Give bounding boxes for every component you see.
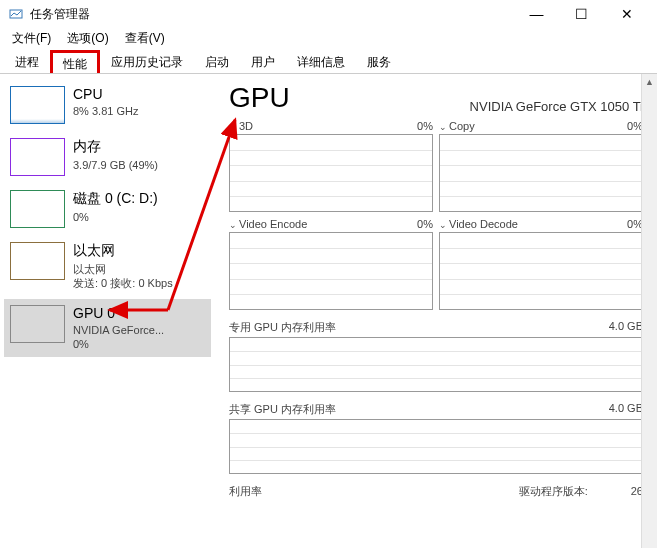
graph-video-encode[interactable]: ⌄Video Encode 0% [229,218,433,310]
app-icon [8,6,24,22]
graph-copy[interactable]: ⌄Copy 0% [439,120,643,212]
graph-grid: ⌄3D 0% ⌄Copy 0% ⌄Video Encode [229,120,643,310]
graph-3d-pct: 0% [417,120,433,132]
driver-version-label: 驱动程序版本: [519,485,588,497]
window-title: 任务管理器 [30,6,90,23]
window-controls: — ☐ ✕ [514,0,649,28]
shared-mem-max: 4.0 GB [609,402,643,417]
sidebar-gpu-title: GPU 0 [73,305,164,321]
graph-venc-box [229,232,433,310]
chevron-down-icon: ⌄ [439,220,447,230]
sidebar: CPU 8% 3.81 GHz 内存 3.9/7.9 GB (49%) 磁盘 0… [0,74,215,548]
menubar: 文件(F) 选项(O) 查看(V) [0,28,657,50]
ethernet-thumbnail [10,242,65,280]
shared-gpu-mem-section: 共享 GPU 内存利用率 4.0 GB [229,402,643,474]
sidebar-ethernet-sub2: 发送: 0 接收: 0 Kbps [73,276,173,290]
minimize-button[interactable]: — [514,0,559,28]
sidebar-disk-title: 磁盘 0 (C: D:) [73,190,158,208]
graph-venc-label: Video Encode [239,218,307,230]
graph-3d-box [229,134,433,212]
tab-users[interactable]: 用户 [240,50,286,73]
chevron-down-icon: ⌄ [229,220,237,230]
sidebar-gpu-sub1: NVIDIA GeForce... [73,323,164,337]
sidebar-item-gpu[interactable]: GPU 0 NVIDIA GeForce... 0% [4,299,211,358]
menu-file[interactable]: 文件(F) [4,28,59,50]
tab-startup[interactable]: 启动 [194,50,240,73]
tab-performance[interactable]: 性能 [50,50,100,73]
sidebar-item-memory[interactable]: 内存 3.9/7.9 GB (49%) [4,132,211,182]
sidebar-ethernet-sub1: 以太网 [73,262,173,276]
menu-options[interactable]: 选项(O) [59,28,116,50]
cpu-thumbnail [10,86,65,124]
shared-mem-box [229,419,643,474]
graph-copy-label: Copy [449,120,475,132]
graph-vdec-box [439,232,643,310]
page-title: GPU [229,82,290,114]
sidebar-memory-sub: 3.9/7.9 GB (49%) [73,158,158,172]
sidebar-cpu-title: CPU [73,86,138,102]
vertical-scrollbar[interactable]: ▲ [641,74,657,548]
graph-copy-box [439,134,643,212]
dedicated-mem-label: 专用 GPU 内存利用率 [229,320,336,335]
disk-thumbnail [10,190,65,228]
gpu-thumbnail [10,305,65,343]
dedicated-mem-box [229,337,643,392]
chevron-down-icon: ⌄ [439,122,447,132]
tabbar: 进程 性能 应用历史记录 启动 用户 详细信息 服务 [0,50,657,74]
main-panel: GPU NVIDIA GeForce GTX 1050 Ti ⌄3D 0% ⌄C… [215,74,657,548]
gpu-model: NVIDIA GeForce GTX 1050 Ti [470,99,643,114]
sidebar-item-cpu[interactable]: CPU 8% 3.81 GHz [4,80,211,130]
memory-thumbnail [10,138,65,176]
sidebar-cpu-sub: 8% 3.81 GHz [73,104,138,118]
stats-row: 利用率 驱动程序版本: 26 [229,484,643,499]
tab-details[interactable]: 详细信息 [286,50,356,73]
tab-services[interactable]: 服务 [356,50,402,73]
sidebar-memory-title: 内存 [73,138,158,156]
body: CPU 8% 3.81 GHz 内存 3.9/7.9 GB (49%) 磁盘 0… [0,74,657,548]
dedicated-mem-max: 4.0 GB [609,320,643,335]
stats-left: 利用率 [229,484,262,499]
graph-venc-pct: 0% [417,218,433,230]
sidebar-ethernet-title: 以太网 [73,242,173,260]
tab-app-history[interactable]: 应用历史记录 [100,50,194,73]
chevron-down-icon: ⌄ [229,122,237,132]
close-button[interactable]: ✕ [604,0,649,28]
dedicated-gpu-mem-section: 专用 GPU 内存利用率 4.0 GB [229,320,643,392]
graph-video-decode[interactable]: ⌄Video Decode 0% [439,218,643,310]
sidebar-item-ethernet[interactable]: 以太网 以太网 发送: 0 接收: 0 Kbps [4,236,211,297]
tab-processes[interactable]: 进程 [4,50,50,73]
sidebar-gpu-sub2: 0% [73,337,164,351]
shared-mem-label: 共享 GPU 内存利用率 [229,402,336,417]
graph-3d-label: 3D [239,120,253,132]
graph-vdec-label: Video Decode [449,218,518,230]
titlebar: 任务管理器 — ☐ ✕ [0,0,657,28]
sidebar-disk-sub: 0% [73,210,158,224]
scroll-up-icon[interactable]: ▲ [642,74,657,90]
sidebar-item-disk[interactable]: 磁盘 0 (C: D:) 0% [4,184,211,234]
maximize-button[interactable]: ☐ [559,0,604,28]
menu-view[interactable]: 查看(V) [117,28,173,50]
graph-3d[interactable]: ⌄3D 0% [229,120,433,212]
